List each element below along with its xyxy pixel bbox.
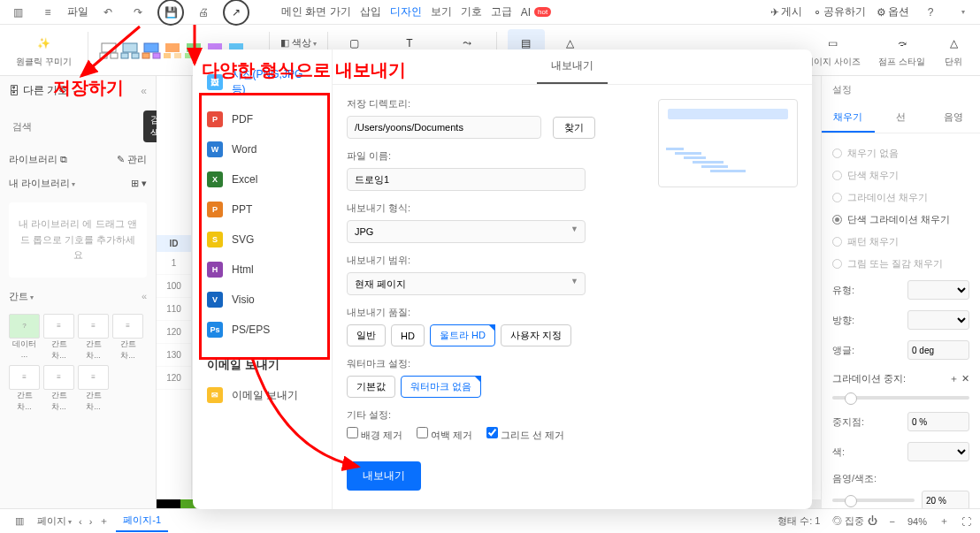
gantt-collapse-icon[interactable] xyxy=(142,291,147,301)
redo-icon[interactable]: ↷ xyxy=(127,2,149,23)
menu-main[interactable]: 메인 화면 가기 xyxy=(281,4,351,19)
focus-mode[interactable]: ◎ 집중 ⏻ xyxy=(832,514,877,528)
quality-ultrahd[interactable]: 울트라 HD xyxy=(430,324,495,346)
prop-midpoint-input[interactable] xyxy=(907,412,969,431)
remove-stop-icon[interactable]: ✕ xyxy=(961,373,969,384)
manage-link[interactable]: ✎ 관리 xyxy=(117,153,147,166)
menu-design[interactable]: 디자인 xyxy=(390,4,422,19)
prop-angle-input[interactable] xyxy=(907,340,969,360)
menu-symbol[interactable]: 기호 xyxy=(461,4,482,19)
range-select[interactable] xyxy=(347,272,586,295)
filename-input[interactable] xyxy=(347,168,586,191)
format-ppt[interactable]: PPPT xyxy=(193,194,332,225)
fill-solid-gradient[interactable]: 단색 그라데이션 채우기 xyxy=(832,209,969,231)
watermark-none[interactable]: 워터마크 없음 xyxy=(401,376,481,398)
page-dropdown[interactable]: 페이지 xyxy=(37,514,72,528)
gradient-slider[interactable] xyxy=(832,396,969,400)
search-input[interactable] xyxy=(9,117,138,136)
gantt-thumb[interactable]: ≡ xyxy=(78,314,109,339)
find-button[interactable]: 찾기 xyxy=(553,117,595,139)
library-grid-icon[interactable]: ⊞ ▾ xyxy=(131,178,147,189)
prop-type-select[interactable] xyxy=(907,280,969,300)
add-stop-icon[interactable]: ＋ xyxy=(949,373,959,384)
gantt-thumb[interactable]: ≡ xyxy=(43,314,74,339)
export-tab[interactable]: 내보내기 xyxy=(537,49,608,84)
opacity-slider[interactable] xyxy=(832,499,915,502)
format-pdf[interactable]: PPDF xyxy=(193,104,332,134)
ribbon-color[interactable]: ◧ 색상 xyxy=(280,36,317,49)
zoom-in-icon[interactable]: ＋ xyxy=(939,514,949,528)
remove-margin-check[interactable]: 여백 제거 xyxy=(417,427,472,442)
gantt-thumb[interactable]: ≡ xyxy=(9,365,40,390)
quality-normal[interactable]: 일반 xyxy=(347,324,386,346)
gantt-thumb[interactable]: ≡ xyxy=(78,365,109,390)
dropdown-icon[interactable]: ▥ xyxy=(7,2,28,23)
zoom-out-icon[interactable]: − xyxy=(890,516,895,527)
menu-share[interactable]: ⚬ 공유하기 xyxy=(813,4,866,19)
collapse-left-icon[interactable] xyxy=(141,85,147,97)
format-image[interactable]: 🖼사진(PNG,JPG 등) xyxy=(193,60,332,104)
my-library-dropdown[interactable]: 내 라이브러리 xyxy=(9,177,75,190)
menu-ai[interactable]: AIhot xyxy=(521,6,551,19)
tab-line[interactable]: 선 xyxy=(875,103,928,133)
canvas-row[interactable]: 110 xyxy=(157,298,191,321)
export-icon[interactable]: ↗ xyxy=(223,0,249,26)
format-excel[interactable]: XExcel xyxy=(193,164,332,194)
menu-view[interactable]: 보기 xyxy=(431,4,452,19)
format-svg[interactable]: SSVG xyxy=(193,225,332,255)
canvas-row[interactable]: 130 xyxy=(157,344,191,367)
watermark-default[interactable]: 기본값 xyxy=(347,376,395,398)
collapse-ribbon-icon[interactable] xyxy=(952,2,973,23)
format-word[interactable]: WWord xyxy=(193,134,332,164)
format-visio[interactable]: VVisio xyxy=(193,285,332,315)
gantt-section[interactable]: 간트 xyxy=(9,290,34,303)
menu-options[interactable]: ⚙ 옵션 xyxy=(877,4,909,19)
fill-gradient[interactable]: 그라데이션 채우기 xyxy=(832,187,969,209)
remove-grid-check[interactable]: 그리드 선 제거 xyxy=(486,427,564,442)
page-add-icon[interactable]: ＋ xyxy=(99,514,109,528)
format-ps[interactable]: PsPS/EPS xyxy=(193,315,332,345)
library-link[interactable]: 라이브러리 ⧉ xyxy=(9,153,67,166)
menu-insert[interactable]: 삽입 xyxy=(360,4,381,19)
hamburger-icon[interactable]: ≡ xyxy=(37,2,58,23)
canvas-row[interactable]: 1 xyxy=(157,252,191,275)
fit-screen-icon[interactable]: ⛶ xyxy=(961,516,971,527)
save-icon[interactable]: 💾 xyxy=(157,0,184,26)
fill-picture[interactable]: 그림 또는 질감 채우기 xyxy=(832,253,969,275)
save-dir-input[interactable] xyxy=(347,116,541,139)
gantt-thumb[interactable]: ? xyxy=(9,314,40,339)
menu-file[interactable]: 파일 xyxy=(67,4,88,19)
prop-opacity-input[interactable] xyxy=(922,491,969,510)
ribbon-jump-style[interactable]: ⤼점프 스타일 xyxy=(873,29,930,72)
canvas-row[interactable]: 100 xyxy=(157,275,191,298)
other-symbols-dropdown[interactable]: 🗄다른 기호 xyxy=(0,76,156,105)
undo-icon[interactable]: ↶ xyxy=(97,2,119,23)
canvas-row[interactable]: 120 xyxy=(157,321,191,344)
page-prev-icon[interactable]: ‹ xyxy=(79,516,82,527)
fill-pattern[interactable]: 패턴 채우기 xyxy=(832,231,969,253)
menu-advanced[interactable]: 고급 xyxy=(491,4,512,19)
print-icon[interactable]: 🖨 xyxy=(193,2,214,23)
gantt-thumb[interactable]: ≡ xyxy=(112,314,143,339)
remove-bg-check[interactable]: 배경 제거 xyxy=(347,427,402,442)
format-select[interactable] xyxy=(347,220,586,243)
canvas-row[interactable]: 120 xyxy=(157,367,191,390)
page-tab[interactable]: 페이지-1 xyxy=(116,510,168,532)
gantt-thumb[interactable]: ≡ xyxy=(43,365,74,390)
format-html[interactable]: HHtml xyxy=(193,255,332,285)
fill-solid[interactable]: 단색 채우기 xyxy=(832,164,969,187)
tab-fill[interactable]: 채우기 xyxy=(822,103,875,133)
quality-hd[interactable]: HD xyxy=(391,324,425,346)
tab-shadow[interactable]: 음영 xyxy=(927,103,980,133)
ribbon-oneclick[interactable]: ✨ 원클릭 꾸미기 xyxy=(11,33,77,68)
menu-publish[interactable]: ✈ 게시 xyxy=(770,4,802,19)
prop-direction-select[interactable] xyxy=(907,310,969,330)
email-send[interactable]: ✉이메일 보내기 xyxy=(193,380,332,410)
help-icon[interactable]: ? xyxy=(920,2,941,23)
page-next-icon[interactable]: › xyxy=(89,516,93,527)
quality-custom[interactable]: 사용자 지정 xyxy=(501,324,571,346)
ribbon-unit[interactable]: △단위 xyxy=(938,29,969,72)
pages-panel-icon[interactable]: ▥ xyxy=(9,511,30,532)
export-button[interactable]: 내보내기 xyxy=(347,461,421,491)
zoom-level[interactable]: 94% xyxy=(907,516,927,527)
